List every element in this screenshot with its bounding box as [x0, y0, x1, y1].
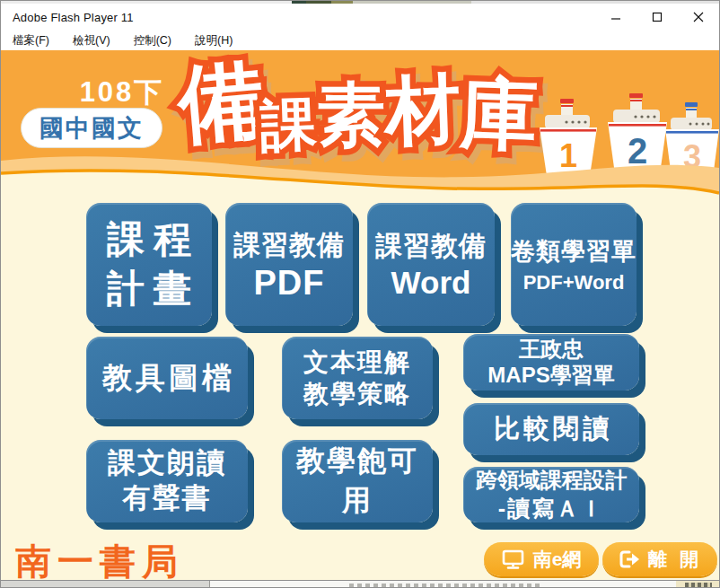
tile-textbook-pdf[interactable]: 課習教備 PDF — [225, 203, 353, 326]
tile-label: 跨領域課程設計 — [476, 467, 627, 494]
tile-course-plan[interactable]: 課程 計畫 — [86, 203, 212, 326]
tile-worksheets[interactable]: 卷類學習單 PDF+Word — [511, 203, 637, 326]
page-title: 備 課 素 材 庫 — [179, 59, 538, 154]
tile-label: 王政忠 — [519, 337, 584, 363]
background-window-text-fragment — [349, 584, 540, 587]
minimize-icon — [610, 12, 621, 22]
window-titlebar: Adobe Flash Player 11 — [1, 4, 719, 31]
close-icon — [693, 12, 704, 22]
exit-icon — [618, 549, 641, 569]
tile-label: 計畫 — [107, 265, 200, 314]
maximize-icon — [652, 12, 663, 22]
monitor-icon — [502, 549, 526, 570]
tile-teaching-aids[interactable]: 教具圖檔 — [86, 337, 248, 419]
background-window-sliver — [1, 580, 719, 588]
tile-label: 課文朗讀 — [108, 446, 226, 481]
tile-label: 有聲書 — [123, 481, 212, 516]
tile-label: -讀寫ＡＩ — [498, 494, 604, 523]
nan-e-net-button[interactable]: 南e網 — [484, 542, 599, 576]
tile-label: 課習教備 — [233, 227, 345, 264]
menu-help[interactable]: 說明(H) — [195, 33, 233, 48]
tile-label: MAPS學習單 — [487, 363, 614, 389]
nan-e-net-label: 南e網 — [533, 547, 582, 572]
tile-label: 文本理解 — [303, 347, 411, 378]
tile-text-comprehension[interactable]: 文本理解 教學策略 — [282, 337, 433, 419]
exit-label: 離 開 — [648, 547, 702, 572]
tile-label: 教學飽可用 — [282, 442, 433, 521]
title-char: 素 — [317, 81, 385, 149]
window-title: Adobe Flash Player 11 — [1, 11, 595, 24]
tile-textbook-word[interactable]: 課習教備 Word — [367, 203, 495, 326]
tile-label: Word — [391, 265, 471, 301]
tile-maps-worksheet[interactable]: 王政忠 MAPS學習單 — [463, 334, 639, 391]
header-wave — [1, 143, 719, 207]
menu-bar: 檔案(F) 檢視(V) 控制(C) 說明(H) — [1, 31, 719, 50]
publisher-logo: 南一書局 — [15, 537, 184, 580]
close-button[interactable] — [678, 4, 719, 31]
tile-label: 教具圖檔 — [102, 358, 235, 399]
tile-label: PDF+Word — [523, 271, 625, 294]
menu-control[interactable]: 控制(C) — [134, 33, 171, 48]
background-window-text-fragment — [685, 583, 712, 588]
maximize-button[interactable] — [637, 4, 678, 31]
tile-label: 課習教備 — [375, 228, 487, 265]
tile-audio-book[interactable]: 課文朗讀 有聲書 — [86, 440, 248, 522]
menu-file[interactable]: 檔案(F) — [13, 33, 49, 48]
window-controls — [595, 4, 719, 31]
tile-label: 卷類學習單 — [511, 235, 637, 268]
tile-label: 比較閱讀 — [494, 411, 612, 447]
menu-view[interactable]: 檢視(V) — [73, 33, 110, 48]
app-window: Adobe Flash Player 11 檔案(F) 檢視(V) 控制(C) … — [0, 0, 720, 588]
tile-label: PDF — [254, 264, 325, 303]
semester-label: 108下 — [55, 74, 189, 111]
tile-label: 課程 — [107, 215, 200, 265]
background-window-divider — [209, 581, 210, 588]
title-char: 材 — [384, 71, 462, 149]
minimize-button[interactable] — [595, 4, 637, 31]
tile-teaching-bao[interactable]: 教學飽可用 — [282, 440, 433, 522]
flash-stage: 108下 國中國文 備 課 素 材 庫 1 — [1, 50, 719, 580]
tile-cross-domain-ai[interactable]: 跨領域課程設計 -讀寫ＡＩ — [463, 467, 639, 522]
title-char: 備 — [175, 56, 268, 148]
exit-button[interactable]: 離 開 — [602, 542, 717, 576]
tile-label: 教學策略 — [303, 378, 411, 409]
tile-comparative-reading[interactable]: 比較閱讀 — [463, 403, 639, 455]
